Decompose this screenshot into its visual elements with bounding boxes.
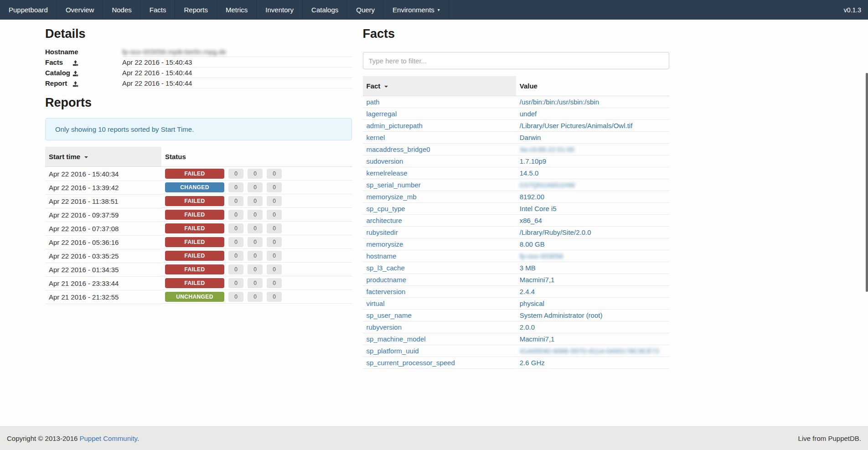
fact-value[interactable]: /Library/Ruby/Site/2.0.0: [520, 228, 591, 236]
fact-value[interactable]: undef: [520, 110, 537, 118]
fact-value[interactable]: 3a:c9:86:22:01:00: [520, 145, 574, 153]
reports-column-start-time[interactable]: Start time: [45, 147, 161, 167]
fact-link[interactable]: hostname: [367, 252, 397, 260]
fact-value[interactable]: System Administrator (root): [520, 311, 603, 319]
puppet-community-link[interactable]: Puppet Community: [80, 434, 137, 442]
fact-link[interactable]: lagerregal: [367, 110, 397, 118]
fact-name-cell: sp_current_processor_speed: [363, 357, 516, 369]
fact-link[interactable]: sp_user_name: [367, 311, 412, 319]
fact-link[interactable]: virtual: [367, 300, 385, 307]
fact-value[interactable]: C07QN1A6G1HW: [520, 181, 575, 189]
nav-item-facts[interactable]: Facts: [141, 0, 176, 20]
report-start-time[interactable]: Apr 21 2016 - 21:32:55: [45, 290, 161, 304]
nav-item-catalogs[interactable]: Catalogs: [303, 0, 347, 20]
table-row: kernelrelease14.5.0: [363, 167, 670, 179]
fact-link[interactable]: sp_current_processor_speed: [367, 359, 455, 367]
fact-link[interactable]: rubysitedir: [367, 228, 398, 236]
nav-item-metrics[interactable]: Metrics: [217, 0, 257, 20]
status-badge[interactable]: FAILED: [165, 237, 224, 247]
report-status-cell: FAILED000: [161, 263, 352, 276]
fact-value[interactable]: 2.4.4: [520, 288, 535, 295]
reports-column-status[interactable]: Status: [161, 147, 352, 167]
fact-link[interactable]: sudoversion: [367, 157, 403, 165]
fact-value[interactable]: Macmini7,1: [520, 335, 555, 343]
nav-item-inventory[interactable]: Inventory: [257, 0, 303, 20]
nav-item-nodes[interactable]: Nodes: [103, 0, 140, 20]
fact-value[interactable]: physical: [520, 300, 544, 307]
fact-value[interactable]: Macmini7,1: [520, 276, 555, 284]
status-badge[interactable]: FAILED: [165, 264, 224, 274]
facts-filter-input[interactable]: [363, 52, 670, 69]
fact-value[interactable]: Darwin: [520, 134, 541, 141]
fact-link[interactable]: sp_cpu_type: [367, 205, 405, 212]
table-row: productnameMacmini7,1: [363, 274, 670, 286]
nav-item-query[interactable]: Query: [347, 0, 384, 20]
fact-link[interactable]: kernel: [367, 134, 385, 141]
fact-link[interactable]: admin_picturepath: [367, 122, 423, 129]
fact-link[interactable]: sp_machine_model: [367, 335, 426, 343]
fact-link[interactable]: memorysize: [367, 240, 403, 248]
fact-link[interactable]: architecture: [367, 217, 402, 224]
nav-item-environments[interactable]: Environments▾: [384, 0, 449, 20]
fact-link[interactable]: productname: [367, 276, 407, 284]
navbar-items: OverviewNodesFactsReportsMetricsInventor…: [57, 0, 449, 20]
fact-value[interactable]: /usr/bin:/bin:/usr/sbin:/sbin: [520, 98, 599, 106]
fact-name-cell: sp_l3_cache: [363, 262, 516, 274]
nav-item-overview[interactable]: Overview: [57, 0, 103, 20]
reports-column-start-time-label: Start time: [49, 153, 80, 160]
fact-link[interactable]: facterversion: [367, 288, 406, 295]
fact-value-cell: Macmini7,1: [516, 333, 669, 345]
nav-brand[interactable]: Puppetboard: [0, 0, 57, 20]
upload-icon[interactable]: [72, 70, 78, 78]
facts-column-fact[interactable]: Fact: [363, 76, 516, 96]
metric-count: 0: [267, 210, 282, 220]
fact-value[interactable]: 2.0.0: [520, 323, 535, 331]
nav-item-reports[interactable]: Reports: [175, 0, 217, 20]
upload-icon[interactable]: [72, 81, 78, 88]
status-badge[interactable]: FAILED: [165, 169, 224, 179]
report-start-time[interactable]: Apr 22 2016 - 01:34:35: [45, 263, 161, 276]
table-row: sp_cpu_typeIntel Core i5: [363, 203, 670, 215]
status-badge[interactable]: FAILED: [165, 278, 224, 288]
report-start-time[interactable]: Apr 22 2016 - 15:40:34: [45, 167, 161, 181]
report-start-time[interactable]: Apr 22 2016 - 07:37:08: [45, 222, 161, 235]
fact-value[interactable]: 41A00040-6086-597D-8114-0A93178C9CE72: [520, 347, 660, 355]
facts-column-value[interactable]: Value: [516, 76, 669, 96]
fact-value-cell: System Administrator (root): [516, 310, 669, 321]
report-start-time[interactable]: Apr 22 2016 - 09:37:59: [45, 208, 161, 222]
fact-value[interactable]: x86_64: [520, 217, 542, 224]
fact-value[interactable]: fp-osx-003056: [520, 252, 563, 260]
fact-link[interactable]: rubyversion: [367, 323, 402, 331]
fact-value[interactable]: 8192.00: [520, 193, 544, 201]
fact-value[interactable]: 2.6 GHz: [520, 359, 545, 367]
status-badge[interactable]: FAILED: [165, 223, 224, 233]
details-value: Apr 22 2016 - 15:40:44: [122, 78, 352, 88]
fact-value[interactable]: Intel Core i5: [520, 205, 557, 212]
fact-link[interactable]: path: [367, 98, 380, 106]
fact-link[interactable]: macaddress_bridge0: [367, 145, 430, 153]
fact-value[interactable]: 14.5.0: [520, 169, 539, 177]
report-start-time[interactable]: Apr 21 2016 - 23:33:44: [45, 276, 161, 290]
report-start-time[interactable]: Apr 22 2016 - 05:36:16: [45, 235, 161, 249]
status-badge[interactable]: FAILED: [165, 196, 224, 206]
fact-link[interactable]: kernelrelease: [367, 169, 408, 177]
status-badge[interactable]: UNCHANGED: [165, 292, 224, 302]
report-start-time[interactable]: Apr 22 2016 - 11:38:51: [45, 194, 161, 208]
fact-value[interactable]: 1.7.10p9: [520, 157, 546, 165]
fact-value[interactable]: 3 MB: [520, 264, 536, 272]
upload-icon[interactable]: [72, 60, 78, 67]
fact-link[interactable]: sp_serial_number: [367, 181, 421, 189]
report-start-time[interactable]: Apr 22 2016 - 03:35:25: [45, 249, 161, 263]
scrollbar[interactable]: [866, 73, 868, 292]
fact-link[interactable]: memorysize_mb: [367, 193, 417, 201]
report-start-time[interactable]: Apr 22 2016 - 13:39:42: [45, 181, 161, 194]
fact-link[interactable]: sp_l3_cache: [367, 264, 405, 272]
status-badge[interactable]: FAILED: [165, 210, 224, 220]
reports-table: Start time Status Apr 22 2016 - 15:40:34…: [45, 147, 352, 304]
status-badge[interactable]: CHANGED: [165, 182, 224, 192]
fact-value[interactable]: /Library/User Pictures/Animals/Owl.tif: [520, 122, 633, 129]
nav-item-label: Catalogs: [311, 6, 338, 14]
status-badge[interactable]: FAILED: [165, 251, 224, 261]
fact-value[interactable]: 8.00 GB: [520, 240, 545, 248]
fact-link[interactable]: sp_platform_uuid: [367, 347, 419, 355]
